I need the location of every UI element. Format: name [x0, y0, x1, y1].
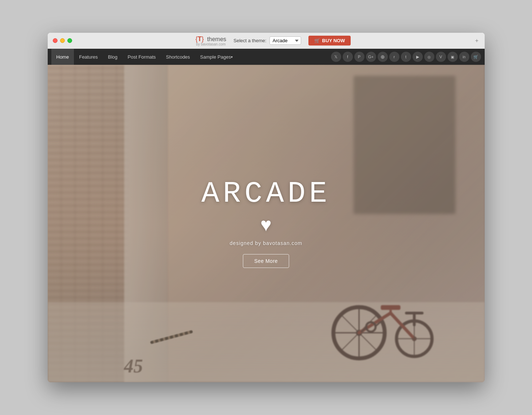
expand-icon[interactable]: + — [474, 38, 480, 43]
nav-link-post-formats[interactable]: Post Formats — [123, 49, 161, 65]
youtube-icon[interactable]: ▶ — [413, 52, 423, 62]
facebook-icon[interactable]: f — [343, 52, 353, 62]
reddit-icon[interactable]: r — [389, 52, 399, 62]
nav-links: Home Features Blog Post Formats Shortcod… — [48, 49, 327, 65]
nav-link-features[interactable]: Features — [74, 49, 103, 65]
hero-title: ARCADE — [201, 179, 331, 209]
browser-window: {T} themes by bavotasan.com Select a the… — [48, 33, 485, 382]
pinterest-icon[interactable]: P — [354, 52, 364, 62]
hero-subtitle: designed by bavotasan.com — [230, 240, 302, 246]
maximize-button[interactable] — [67, 38, 72, 43]
nav-bar: Home Features Blog Post Formats Shortcod… — [48, 49, 485, 65]
nav-link-shortcodes[interactable]: Shortcodes — [161, 49, 195, 65]
close-button[interactable] — [53, 38, 58, 43]
minimize-button[interactable] — [60, 38, 65, 43]
logo-bracket-close: } — [202, 35, 204, 43]
cart-social-icon[interactable]: 🛒 — [471, 52, 481, 62]
hero-section: 45 ARCADE ♥ designed by bavotasan.com Se… — [48, 65, 485, 382]
logo-themes: themes — [207, 36, 226, 42]
vimeo-icon[interactable]: V — [436, 52, 446, 62]
google-plus-icon[interactable]: G+ — [366, 52, 376, 62]
theme-selector-label: Select a theme: — [233, 38, 266, 43]
linkedin-icon[interactable]: in — [459, 52, 469, 62]
theme-selector: Select a theme: Arcade Minimal Creative … — [233, 36, 301, 45]
tumblr-icon[interactable]: t — [401, 52, 411, 62]
nav-link-home[interactable]: Home — [51, 49, 74, 65]
logo: {T} themes by bavotasan.com — [196, 35, 226, 46]
hero-cta-button[interactable]: See More — [243, 254, 289, 268]
flickr-icon[interactable]: ◎ — [424, 52, 434, 62]
logo-by: by bavotasan.com — [196, 42, 226, 46]
social-icons: 𝕏 f P G+ ⊕ r t ▶ ◎ V ▣ in 🛒 — [327, 52, 485, 62]
title-bar: {T} themes by bavotasan.com Select a the… — [48, 33, 485, 49]
hero-content: ARCADE ♥ designed by bavotasan.com See M… — [48, 65, 485, 382]
dribbble-icon[interactable]: ⊕ — [378, 52, 388, 62]
title-bar-right: + — [474, 38, 480, 43]
buy-now-button[interactable]: 🛒 BUY NOW — [308, 36, 351, 46]
buy-cart-icon: 🛒 — [314, 38, 320, 43]
nav-link-blog[interactable]: Blog — [103, 49, 123, 65]
theme-dropdown[interactable]: Arcade Minimal Creative Business — [269, 36, 301, 45]
nav-link-sample-pages[interactable]: Sample Pages — [195, 49, 238, 65]
hero-heart: ♥ — [260, 213, 272, 236]
buy-button-label: BUY NOW — [322, 38, 345, 43]
logo-t: T — [198, 35, 202, 43]
title-bar-center: {T} themes by bavotasan.com Select a the… — [72, 35, 474, 46]
twitter-icon[interactable]: 𝕏 — [331, 52, 341, 62]
traffic-lights — [53, 38, 72, 43]
instagram-icon[interactable]: ▣ — [448, 52, 458, 62]
